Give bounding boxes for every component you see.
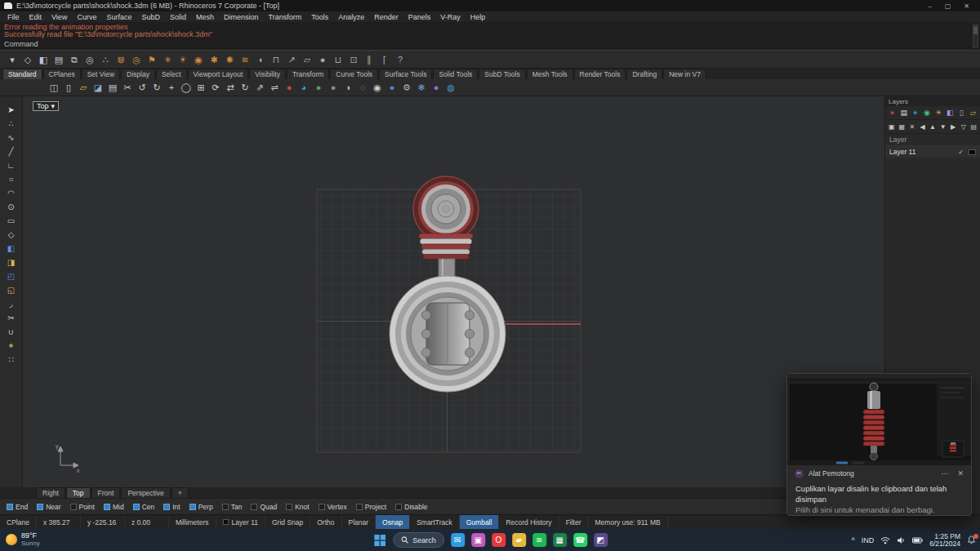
toolbar-tab[interactable]: Viewport Layout — [188, 69, 249, 79]
move-right-icon[interactable]: ▶ — [949, 122, 957, 131]
osnap-checkbox[interactable] — [70, 504, 77, 510]
osnap-checkbox[interactable] — [222, 504, 229, 510]
layer-color-swatch[interactable] — [969, 149, 976, 155]
rendering-tab-icon[interactable]: ● — [911, 108, 920, 118]
move-down-icon[interactable]: ▼ — [939, 122, 947, 131]
toolbar-tab[interactable]: Mesh Tools — [527, 69, 573, 79]
maximize-button[interactable]: ▢ — [945, 2, 951, 10]
opera-app-icon[interactable]: O — [492, 533, 506, 547]
osnap-checkbox[interactable] — [318, 504, 325, 510]
toast-body[interactable]: Cuplikan layar disalin ke clipboard dan … — [787, 482, 971, 516]
help-icon[interactable]: ? — [394, 53, 407, 66]
toast-close-button[interactable]: ✕ — [957, 469, 964, 478]
select-arrow-icon[interactable]: ➤ — [2, 103, 20, 116]
filter-layers-icon[interactable]: ▽ — [960, 122, 968, 131]
lights-tab-icon[interactable]: ☀ — [934, 108, 943, 118]
torus-icon[interactable]: ◎ — [130, 53, 143, 66]
toolbar-tab[interactable]: Curve Tools — [330, 69, 378, 79]
earth-icon[interactable]: ◍ — [444, 81, 457, 94]
select-points-icon[interactable]: ∴ — [99, 53, 112, 66]
sun-icon[interactable]: ☀ — [176, 53, 189, 66]
language-indicator[interactable]: IND — [862, 536, 875, 544]
new-layer-icon[interactable]: ▣ — [888, 122, 896, 131]
scale-icon[interactable]: ⇗ — [253, 81, 266, 94]
zoom-icon[interactable]: ◯ — [180, 81, 193, 94]
excel-app-icon[interactable]: ▦ — [553, 533, 567, 547]
toolbar-tab[interactable]: Solid Tools — [433, 69, 478, 79]
menu-item[interactable]: Edit — [24, 11, 47, 22]
status-bar-item[interactable]: Millimeters — [169, 515, 216, 529]
menu-item[interactable]: Curve — [72, 11, 101, 22]
open-folder-icon[interactable]: ▱ — [77, 81, 90, 94]
menu-item[interactable]: Dimension — [219, 11, 264, 22]
command-area[interactable]: Error reading the animation propertiesSu… — [0, 22, 980, 51]
status-bar-item[interactable]: Memory use: 911 MB — [589, 515, 668, 529]
new-file-icon[interactable]: ▯ — [62, 81, 75, 94]
menu-item[interactable]: Solid — [165, 11, 191, 22]
start-button[interactable] — [372, 533, 386, 547]
print-icon[interactable]: ▤ — [106, 81, 119, 94]
hatch-lines-icon[interactable]: ≋ — [238, 53, 252, 66]
osnap-option[interactable]: Knot — [286, 503, 310, 511]
osnap-option[interactable]: Int — [163, 503, 180, 511]
osnap-option[interactable]: End — [7, 503, 28, 511]
status-bar-item[interactable]: Ortho — [310, 515, 341, 529]
toolbar-tab[interactable]: Set View — [82, 69, 120, 79]
render-icon[interactable]: ◉ — [371, 81, 384, 94]
toolbar-tab[interactable]: Surface Tools — [379, 69, 432, 79]
whatsapp-app-icon[interactable]: ☎ — [573, 533, 587, 547]
menu-item[interactable]: Panels — [403, 11, 436, 22]
move-icon[interactable]: ⇄ — [224, 81, 237, 94]
viewport-tab[interactable]: Right — [36, 487, 65, 498]
snip-notification-toast[interactable]: ✂ Alat Pemotong ⋯ ✕ Cuplikan layar disal… — [786, 373, 972, 516]
osnap-option[interactable]: Project — [356, 503, 386, 511]
donut-icon[interactable]: ◉ — [192, 53, 205, 66]
mesh-cup-icon[interactable]: ⋓ — [114, 53, 127, 66]
osnap-option[interactable]: Disable — [395, 503, 427, 511]
line-icon[interactable]: ╱ — [2, 144, 20, 158]
studio-app-icon[interactable]: ◩ — [594, 533, 608, 547]
notes-tab-icon[interactable]: ▯ — [957, 108, 966, 118]
viewport-tab[interactable]: + — [172, 487, 189, 498]
osnap-checkbox[interactable] — [286, 504, 292, 510]
cut-icon[interactable]: ✂ — [121, 81, 134, 94]
rotate-view-icon[interactable]: ⟳ — [209, 81, 222, 94]
taskbar-clock[interactable]: 1:25 PM 6/21/2024 — [929, 533, 960, 548]
curve-icon[interactable]: ∿ — [2, 131, 20, 144]
loft-icon[interactable]: ◱ — [2, 283, 20, 296]
join-icon[interactable]: ∪ — [2, 325, 20, 338]
star-points-icon[interactable]: ✳ — [161, 53, 174, 66]
viewport-tab[interactable]: Top — [66, 487, 91, 498]
group-objects-icon[interactable]: ⧉ — [68, 53, 81, 66]
plane-icon[interactable]: ▱ — [301, 53, 314, 66]
sphere-tool-icon[interactable]: ● — [316, 53, 329, 66]
sweep-icon[interactable]: ◨ — [2, 256, 20, 269]
spotify-app-icon[interactable]: ≋ — [532, 533, 546, 547]
toolbar-tab[interactable]: Drafting — [626, 69, 662, 79]
points-icon[interactable]: ∴ — [2, 117, 20, 130]
purple-sphere-icon[interactable]: ● — [430, 81, 443, 94]
surface-icon[interactable]: ◧ — [2, 242, 20, 255]
save-icon[interactable]: ◪ — [91, 81, 105, 94]
status-bar-item[interactable]: Layer 11 — [216, 515, 265, 529]
osnap-option[interactable]: Perp — [189, 503, 213, 511]
menu-item[interactable]: SubD — [136, 11, 165, 22]
viewport-tab[interactable]: Perspective — [121, 487, 170, 498]
viewport-title[interactable]: Top ▾ — [33, 101, 59, 111]
menu-item[interactable]: Render — [369, 11, 403, 22]
properties-tab-icon[interactable]: ● — [888, 108, 897, 118]
command-prompt[interactable]: Command — [4, 41, 976, 48]
osnap-checkbox[interactable] — [7, 504, 13, 510]
rectangle-icon[interactable]: ▭ — [2, 214, 20, 227]
gray-sphere-icon[interactable]: ● — [327, 81, 340, 94]
snip-preview-image[interactable] — [787, 374, 971, 465]
tray-overflow-chevron[interactable]: ^ — [851, 536, 854, 544]
notification-bell-icon[interactable] — [967, 535, 976, 544]
menu-item[interactable]: Surface — [101, 11, 136, 22]
bracket-tool-icon[interactable]: ⌈ — [378, 53, 391, 66]
menu-item[interactable]: Tools — [306, 11, 333, 22]
trim-icon[interactable]: ✂ — [2, 311, 20, 324]
taskbar-search[interactable]: Search — [393, 532, 444, 548]
volume-icon[interactable] — [897, 536, 906, 544]
menu-item[interactable]: View — [47, 11, 72, 22]
